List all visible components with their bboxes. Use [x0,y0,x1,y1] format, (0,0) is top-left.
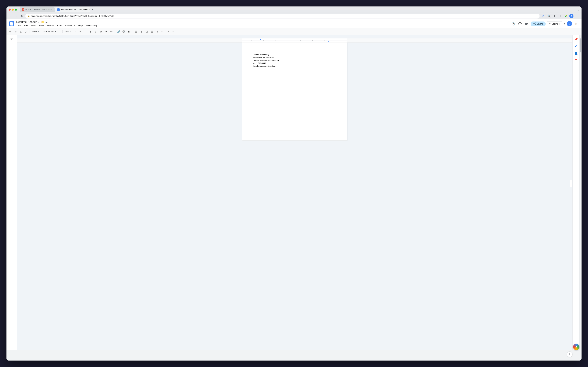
style-selector[interactable]: Normal text ▾ [42,30,61,33]
docs-main: 1 2 3 4 5 6 7 Charles Bloombe [7,35,294,184]
docs-logo [9,21,14,26]
ruler: 1 2 3 4 5 6 7 [17,38,294,43]
svg-rect-9 [10,38,13,38]
svg-text:2: 2 [263,40,264,42]
browser-window: R Resume Builder | Dashboard ✕ G Resume … [7,7,294,184]
indent-more-button[interactable]: ⇥ [165,29,170,34]
indent-less-button[interactable]: ⇤ [160,29,165,34]
new-tab-button[interactable]: + [90,8,95,12]
tab-favicon-1: R [22,8,24,11]
zoom-selector[interactable]: 100% ▾ [31,30,40,33]
reload-button[interactable]: ↻ [20,14,24,18]
align-button[interactable]: ☰ [134,29,139,34]
docs-title-icons: ☆ 📁 ☁ [38,21,48,23]
menu-edit[interactable]: Edit [23,24,29,27]
url-text: docs.google.com/document/d/1qITa79Az88xn… [31,15,294,17]
link-button[interactable]: 🔗 [116,29,121,34]
checklist-button[interactable]: ☑ [144,29,149,34]
menu-tools[interactable]: Tools [55,24,63,27]
maximize-button[interactable] [15,8,17,11]
highlight-button[interactable]: ✏ [109,29,114,34]
menu-view[interactable]: View [30,24,37,27]
paint-format-button[interactable]: 🖌 [24,29,28,34]
menu-extensions[interactable]: Extensions [63,24,77,27]
doc-email: charlesbloomberg@gmail.com [253,59,294,62]
close-button[interactable] [9,8,11,11]
svg-rect-1 [11,24,13,25]
docs-title-row: Resume Header ☆ 📁 ☁ [16,20,294,24]
docs-menu-bar: File Edit View Insert Format Tools Exten… [16,24,294,27]
menu-accessibility[interactable]: Accessibility [84,24,98,27]
style-value: Normal text [43,30,54,33]
font-chevron: ▾ [70,31,70,33]
folder-icon[interactable]: 📁 [41,21,44,23]
italic-button[interactable]: I [93,29,98,34]
svg-rect-0 [11,24,13,24]
separator-5 [87,30,87,33]
menu-file[interactable]: File [16,24,22,27]
separator-6 [115,30,115,33]
docs-title[interactable]: Resume Header [16,20,37,24]
tab-resume-builder[interactable]: R Resume Builder | Dashboard ✕ [20,7,55,12]
doc-content[interactable]: Charles Bloomberg New York City, New Yor… [253,53,294,68]
svg-text:3: 3 [276,40,276,42]
underline-button[interactable]: U [98,29,104,34]
outline-icon[interactable] [9,36,15,42]
svg-rect-10 [11,39,13,39]
svg-rect-11 [11,40,12,40]
image-button[interactable]: 🖼 [127,29,132,34]
doc-page: Charles Bloomberg New York City, New Yor… [242,43,294,141]
title-bar: R Resume Builder | Dashboard ✕ G Resume … [7,7,294,13]
text-color-button[interactable]: A [104,29,109,34]
font-size-decrease[interactable]: − [74,30,77,33]
ruler-svg: 1 2 3 4 5 6 7 [242,38,294,43]
cloud-icon[interactable]: ☁ [45,21,48,23]
back-button[interactable]: ← [9,14,13,18]
font-size-value[interactable]: 11 [78,30,82,33]
separator-3 [62,30,63,33]
url-lock-icon: 🔒 [27,15,30,17]
comment-button[interactable]: 💬 [121,29,126,34]
minimize-button[interactable] [12,8,14,11]
docs-toolbar: ↺ ↻ 🖨 🖌 100% ▾ Normal text ▾ Arial ▾ − 1… [7,28,294,35]
doc-linkedin: linkedin.com/in/cbloomberg [253,65,294,68]
font-value: Arial [65,30,69,33]
doc-phone: (621) 799-4448 [253,62,294,65]
tab-close-1[interactable]: ✕ [54,8,55,11]
svg-text:4: 4 [288,40,289,42]
text-cursor [276,65,276,67]
line-spacing-button[interactable]: ↕ [139,29,144,34]
separator-4 [73,30,73,33]
svg-rect-2 [11,25,12,25]
menu-help[interactable]: Help [77,24,84,27]
docs-header: Resume Header ☆ 📁 ☁ File Edit View Inser… [7,19,294,28]
zoom-value: 100% [32,30,37,33]
tab-label-1: Resume Builder | Dashboard [25,8,52,11]
svg-text:1: 1 [251,40,252,42]
zoom-chevron: ▾ [38,31,39,33]
forward-button[interactable]: → [14,14,18,18]
numbered-list-button[interactable]: # [155,29,160,34]
print-button[interactable]: 🖨 [18,29,23,34]
font-selector[interactable]: Arial ▾ [64,30,72,33]
tab-google-docs[interactable]: G Resume Header - Google Docs ✕ [55,7,90,12]
redo-button[interactable]: ↻ [13,29,18,34]
docs-title-section: Resume Header ☆ 📁 ☁ File Edit View Inser… [16,20,294,27]
undo-button[interactable]: ↺ [8,29,13,34]
star-icon[interactable]: ☆ [38,21,40,23]
font-size-increase[interactable]: + [82,30,86,33]
style-chevron: ▾ [55,31,56,33]
address-bar: ← → ↻ 🔒 docs.google.com/document/d/1qITa… [7,13,294,19]
font-size-control: − 11 + [74,30,86,33]
traffic-lights [9,8,17,11]
sidebar-left [7,35,17,184]
tab-label-2: Resume Header - Google Docs [61,8,90,11]
clear-format-button[interactable]: ✕ [171,29,175,34]
menu-format[interactable]: Format [46,24,55,27]
tabs-bar: R Resume Builder | Dashboard ✕ G Resume … [20,7,294,12]
bullet-list-button[interactable]: ☰ [150,29,155,34]
bold-button[interactable]: B [88,29,93,34]
menu-insert[interactable]: Insert [37,24,45,27]
tab-favicon-2: G [57,8,60,11]
url-bar[interactable]: 🔒 docs.google.com/document/d/1qITa79Az88… [25,14,294,18]
